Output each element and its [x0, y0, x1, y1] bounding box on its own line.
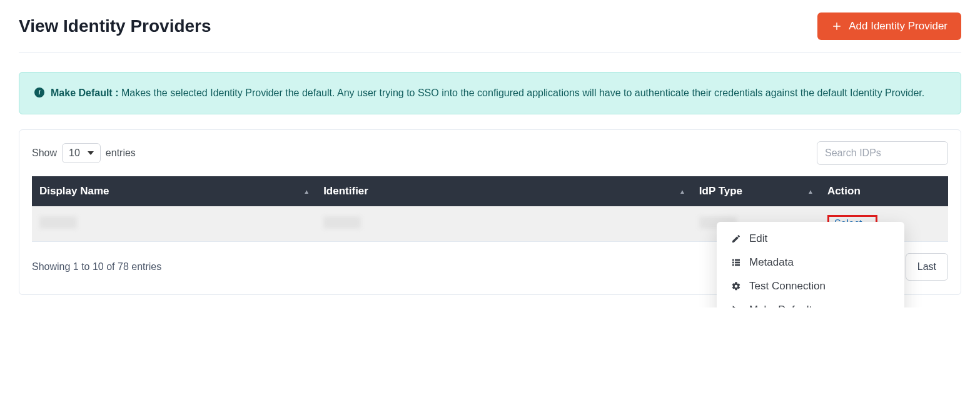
col-idp-type-label: IdP Type: [699, 185, 742, 197]
cell-identifier: [323, 216, 361, 229]
col-action: Action: [820, 176, 948, 206]
page-size-select[interactable]: 10: [62, 143, 101, 163]
page-title: View Identity Providers: [19, 16, 211, 36]
dd-edit-label: Edit: [749, 232, 767, 245]
add-button-label: Add Identity Provider: [849, 20, 947, 32]
col-display-name[interactable]: Display Name ▲: [32, 176, 316, 206]
entries-control: Show 10 entries: [32, 143, 136, 163]
cell-display-name: [39, 216, 77, 229]
info-label: Make Default :: [51, 88, 118, 98]
table-summary: Showing 1 to 10 of 78 entries: [32, 261, 161, 272]
info-icon: i: [34, 88, 44, 98]
entries-label: entries: [106, 148, 136, 159]
dd-test-label: Test Connection: [749, 280, 826, 292]
page-size-value: 10: [69, 148, 80, 159]
svg-rect-0: [732, 259, 734, 261]
search-input[interactable]: [817, 141, 948, 165]
dd-default-label: Make Default: [749, 304, 812, 308]
dd-edit[interactable]: Edit: [717, 227, 904, 251]
table-card: Show 10 entries Display Name ▲ Identifie…: [19, 129, 961, 295]
add-identity-provider-button[interactable]: Add Identity Provider: [817, 12, 961, 40]
edit-icon: [730, 234, 742, 244]
col-display-name-label: Display Name: [39, 185, 109, 197]
svg-rect-2: [732, 261, 734, 263]
info-text: Makes the selected Identity Provider the…: [118, 88, 924, 98]
svg-rect-4: [732, 264, 734, 266]
dd-metadata-label: Metadata: [749, 256, 794, 269]
svg-rect-3: [735, 261, 740, 263]
dd-make-default[interactable]: Make Default: [717, 298, 904, 308]
col-identifier[interactable]: Identifier ▲: [316, 176, 692, 206]
plus-icon: [831, 21, 842, 32]
chevron-down-icon: [88, 151, 94, 155]
page-header: View Identity Providers Add Identity Pro…: [19, 12, 961, 53]
show-label: Show: [32, 148, 57, 159]
col-action-label: Action: [827, 185, 861, 197]
list-icon: [730, 258, 742, 268]
sort-icon: ▲: [807, 188, 814, 194]
sort-icon: ▲: [679, 188, 685, 194]
svg-rect-1: [735, 259, 740, 261]
gears-icon: [730, 281, 742, 291]
col-idp-type[interactable]: IdP Type ▲: [692, 176, 820, 206]
info-banner: i Make Default : Makes the selected Iden…: [19, 72, 961, 114]
col-identifier-label: Identifier: [323, 185, 368, 197]
dd-metadata[interactable]: Metadata: [717, 251, 904, 274]
dd-test-connection[interactable]: Test Connection: [717, 274, 904, 298]
cursor-icon: [730, 305, 742, 308]
action-dropdown: Edit Metadata Test Connection: [717, 222, 904, 308]
svg-rect-5: [735, 264, 740, 266]
sort-icon: ▲: [303, 188, 310, 194]
page-last[interactable]: Last: [906, 253, 948, 281]
